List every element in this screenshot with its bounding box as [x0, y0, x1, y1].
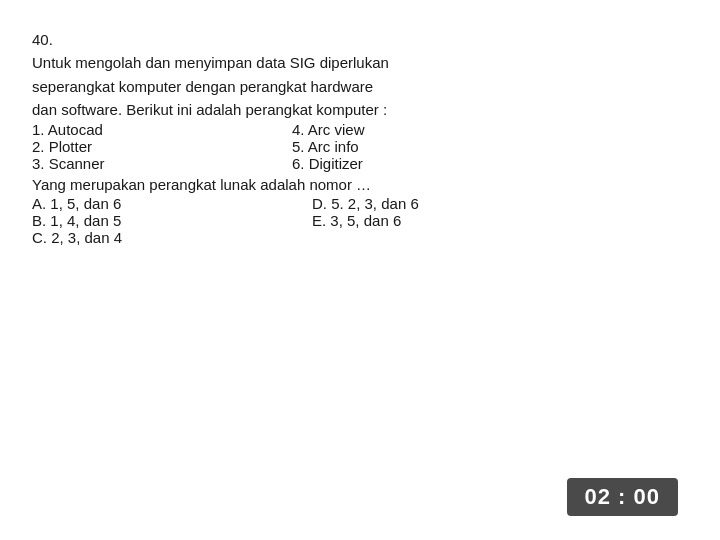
list-item: 4. Arc view — [292, 121, 492, 138]
question-number: 40. — [32, 28, 688, 51]
question-line3: dan software. Berikut ini adalah perangk… — [32, 98, 688, 121]
options-col-right: 4. Arc view 5. Arc info 6. Digitizer — [292, 121, 492, 172]
answer-item: A. 1, 5, dan 6 — [32, 195, 272, 212]
answer-col-left: A. 1, 5, dan 6 B. 1, 4, dan 5 C. 2, 3, d… — [32, 195, 272, 246]
list-item: 3. Scanner — [32, 155, 232, 172]
timer-container: 02 : 00 — [32, 478, 688, 520]
list-item: 6. Digitizer — [292, 155, 492, 172]
list-item: 1. Autocad — [32, 121, 232, 138]
list-item: 5. Arc info — [292, 138, 492, 155]
question-text: 40. Untuk mengolah dan menyimpan data SI… — [32, 28, 688, 121]
options-col-left: 1. Autocad 2. Plotter 3. Scanner — [32, 121, 232, 172]
list-item: 2. Plotter — [32, 138, 232, 155]
answer-item: E. 3, 5, dan 6 — [312, 212, 552, 229]
answer-col-right: D. 5. 2, 3, dan 6 E. 3, 5, dan 6 — [312, 195, 552, 246]
answer-item: B. 1, 4, dan 5 — [32, 212, 272, 229]
answer-grid: A. 1, 5, dan 6 B. 1, 4, dan 5 C. 2, 3, d… — [32, 195, 688, 246]
answer-item: D. 5. 2, 3, dan 6 — [312, 195, 552, 212]
timer-display: 02 : 00 — [567, 478, 679, 516]
intro-label: Yang merupakan perangkat lunak adalah no… — [32, 176, 371, 193]
answer-item: C. 2, 3, dan 4 — [32, 229, 272, 246]
main-container: 40. Untuk mengolah dan menyimpan data SI… — [0, 0, 720, 540]
question-line1: Untuk mengolah dan menyimpan data SIG di… — [32, 51, 688, 74]
intro-label-wrap: Yang merupakan perangkat lunak adalah no… — [32, 176, 688, 193]
question-block: 40. Untuk mengolah dan menyimpan data SI… — [32, 28, 688, 478]
options-grid: 1. Autocad 2. Plotter 3. Scanner 4. Arc … — [32, 121, 688, 172]
question-line2: seperangkat komputer dengan perangkat ha… — [32, 75, 688, 98]
